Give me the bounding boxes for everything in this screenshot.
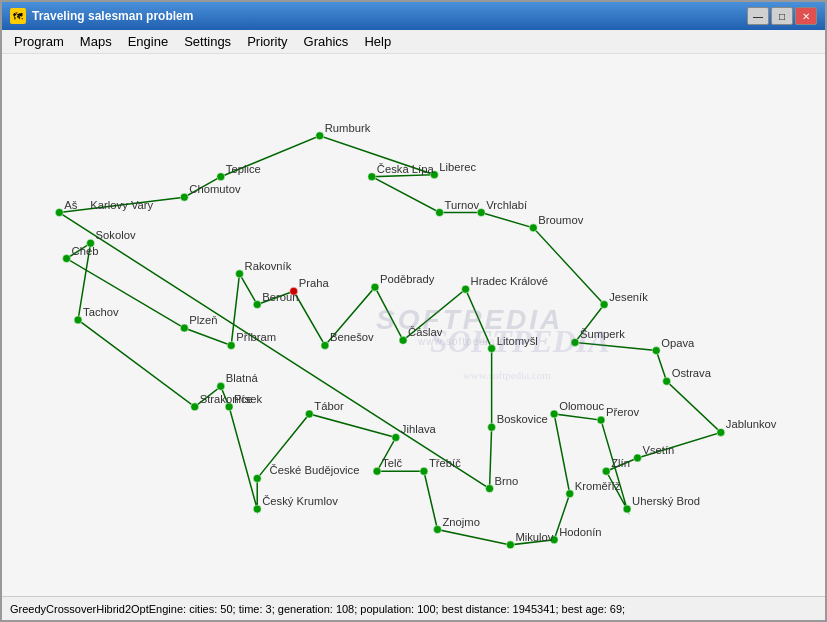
menu-item-priority[interactable]: Priority <box>239 32 295 51</box>
status-bar: GreedyCrossoverHibrid2OptEngine: cities:… <box>2 596 825 620</box>
menu-bar: ProgramMapsEngineSettingsPriorityGrahics… <box>2 30 825 54</box>
minimize-button[interactable]: — <box>747 7 769 25</box>
close-button[interactable]: ✕ <box>795 7 817 25</box>
menu-item-maps[interactable]: Maps <box>72 32 120 51</box>
menu-item-help[interactable]: Help <box>356 32 399 51</box>
menu-item-grahics[interactable]: Grahics <box>296 32 357 51</box>
main-window: 🗺 Traveling salesman problem — □ ✕ Progr… <box>0 0 827 622</box>
window-title: Traveling salesman problem <box>32 9 193 23</box>
title-bar: 🗺 Traveling salesman problem — □ ✕ <box>2 2 825 30</box>
tsp-canvas <box>2 54 825 596</box>
window-controls: — □ ✕ <box>747 7 817 25</box>
maximize-button[interactable]: □ <box>771 7 793 25</box>
menu-item-engine[interactable]: Engine <box>120 32 176 51</box>
app-icon: 🗺 <box>10 8 26 24</box>
title-bar-left: 🗺 Traveling salesman problem <box>10 8 193 24</box>
canvas-area: SOFTPEDIA www.softpedia.com <box>2 54 825 596</box>
menu-item-program[interactable]: Program <box>6 32 72 51</box>
status-text: GreedyCrossoverHibrid2OptEngine: cities:… <box>10 603 625 615</box>
menu-item-settings[interactable]: Settings <box>176 32 239 51</box>
